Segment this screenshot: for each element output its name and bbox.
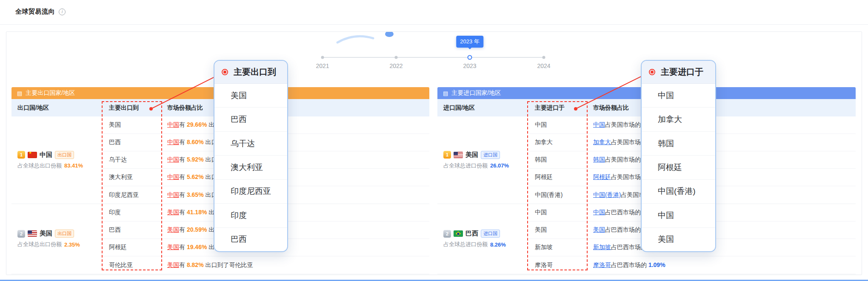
market-share-cell: 美国有 8.82% 出口到了哥伦比亚 — [161, 261, 429, 269]
country-link[interactable]: 美国 — [167, 226, 179, 233]
partner-cell: 阿根廷 — [103, 244, 161, 251]
partner-cell: 阿根廷 — [529, 173, 587, 181]
country-link[interactable]: 中国 — [593, 121, 605, 128]
share-pct-value: 5.92% — [187, 156, 204, 163]
market-share-cell: 中国占巴西市场的 — [587, 209, 856, 216]
rank-1-medal-icon: 1 — [17, 151, 25, 159]
role-badge: 进口国 — [481, 151, 500, 159]
partner-cell: 中国 — [529, 209, 587, 216]
popup-option[interactable]: 印度尼西亚 — [214, 180, 287, 204]
popup-option[interactable]: 加拿大 — [642, 108, 715, 131]
timeline-track[interactable] — [323, 57, 544, 58]
global-share-label: 占全球总进口份额 — [443, 162, 488, 170]
country-link[interactable]: 韩国 — [593, 156, 605, 163]
br-flag-icon — [454, 230, 463, 237]
partner-cell: 美国 — [103, 121, 161, 129]
rank-1-medal-icon: 1 — [443, 151, 451, 159]
info-icon[interactable]: i — [59, 9, 66, 15]
country-link[interactable]: 美国 — [167, 209, 179, 216]
market-share-cell: 中国占美国市场的 — [587, 121, 856, 129]
popup-option[interactable]: 中国 — [642, 204, 715, 227]
country-link[interactable]: 美国 — [167, 244, 179, 250]
timeline-year-label-2023[interactable]: 2023 — [463, 62, 476, 69]
share-text: 占美国市场的 — [605, 156, 641, 163]
partner-cell: 新加坡 — [529, 244, 587, 251]
target-marker-icon — [649, 69, 655, 75]
country-link[interactable]: 中国 — [593, 209, 605, 216]
popup-option[interactable]: 乌干达 — [214, 132, 287, 156]
role-badge: 出口国 — [55, 151, 74, 159]
popup-option[interactable]: 澳大利亚 — [214, 156, 287, 179]
country-link[interactable]: 阿根廷 — [593, 173, 611, 180]
market-share-cell: 中国(香港)占美国市场的 — [587, 191, 856, 199]
global-share-label: 占全球总出口份额 — [17, 162, 62, 170]
us-flag-icon — [28, 230, 37, 237]
timeline-dot-2023[interactable] — [468, 55, 472, 60]
country-link[interactable]: 中国 — [167, 173, 179, 180]
global-share-value: 83.41% — [64, 162, 83, 169]
export-popup: 主要出口到 美国巴西乌干达澳大利亚印度尼西亚印度巴西 — [214, 60, 288, 252]
table-row: 哥伦比亚美国有 8.82% 出口到了哥伦比亚 — [103, 256, 429, 274]
timeline-year-label-2021[interactable]: 2021 — [316, 62, 329, 69]
partner-cell: 印度 — [103, 209, 161, 216]
share-text: 占巴西市场的 — [611, 261, 648, 268]
timeline-year-label-2022[interactable]: 2022 — [389, 62, 403, 69]
market-share-cell: 加拿大占美国市场的 — [587, 139, 856, 146]
share-pct-value: 8.82% — [187, 261, 204, 268]
market-share-cell: 中国有 29.66% 出口到了美国 — [161, 121, 429, 129]
column-header-exporter: 出口国/地区 — [11, 104, 103, 112]
export-popup-header: 主要出口到 — [214, 61, 287, 84]
partner-cell: 乌干达 — [103, 156, 161, 164]
country-link[interactable]: 加拿大 — [593, 139, 611, 145]
export-table-title: 主要出口国家/地区 — [26, 89, 75, 97]
partner-cell: 巴西 — [103, 226, 161, 234]
reporter-cell: 2巴西进口国占全球总进口份额8.26% — [437, 204, 529, 274]
share-pct-value: 1.09% — [648, 261, 665, 268]
share-text: 占巴西市场的 — [605, 226, 641, 233]
global-share-line: 占全球总出口份额2.35% — [17, 241, 103, 248]
timeline-dot-2021[interactable] — [321, 56, 324, 59]
timeline-dot-2022[interactable] — [395, 56, 398, 59]
market-share-cell: 美国有 20.59% 出口到了巴西 — [161, 226, 429, 234]
share-text: 有 — [179, 156, 187, 163]
popup-option[interactable]: 阿根廷 — [642, 156, 715, 179]
share-pct-value: 19.46% — [187, 244, 207, 250]
country-link[interactable]: 中国 — [167, 139, 179, 145]
global-share-line: 占全球总进口份额8.26% — [443, 241, 529, 248]
country-link[interactable]: 摩洛哥 — [593, 261, 611, 268]
country-link[interactable]: 美国 — [167, 261, 179, 268]
rank-2-medal-icon: 2 — [443, 230, 451, 238]
country-link[interactable]: 中国(香港) — [593, 191, 621, 198]
country-link[interactable]: 中国 — [167, 191, 179, 198]
country-link[interactable]: 新加坡 — [593, 244, 611, 250]
partner-cell: 加拿大 — [529, 139, 587, 146]
reporter-name: 中国 — [40, 151, 52, 159]
country-link[interactable]: 中国 — [167, 121, 179, 128]
popup-option[interactable]: 中国(香港) — [642, 180, 715, 204]
rank-2-medal-icon: 2 — [17, 230, 25, 238]
global-share-value: 26.07% — [490, 162, 509, 169]
share-pct-value: 20.59% — [187, 226, 207, 233]
popup-option[interactable]: 巴西 — [214, 228, 287, 251]
column-header-market-share: 市场份额占比 — [161, 104, 429, 112]
share-text: 有 — [179, 191, 187, 198]
popup-option[interactable]: 巴西 — [214, 108, 287, 131]
global-share-line: 占全球总出口份额83.41% — [17, 162, 103, 170]
country-link[interactable]: 中国 — [167, 156, 179, 163]
popup-option[interactable]: 中国 — [642, 84, 715, 108]
country-link[interactable]: 美国 — [593, 226, 605, 233]
trade-flow-panel: 2021202220232024 2023 年 ▤ 主要出口国家/地区 出口国/… — [6, 31, 862, 275]
share-pct-value: 5.62% — [187, 173, 204, 180]
timeline-year-label-2024[interactable]: 2024 — [537, 62, 550, 69]
market-share-cell: 摩洛哥占巴西市场的 1.09% — [587, 261, 856, 269]
popup-option[interactable]: 印度 — [214, 204, 287, 227]
popup-option[interactable]: 美国 — [642, 228, 715, 251]
timeline-dot-2024[interactable] — [542, 56, 545, 59]
partner-cell: 中国(香港) — [529, 191, 587, 199]
popup-option[interactable]: 韩国 — [642, 132, 715, 156]
header-divider — [0, 24, 868, 25]
share-text: 占巴西市场的 — [605, 209, 641, 216]
page-title: 全球贸易流向 — [15, 8, 55, 16]
cn-flag-icon — [28, 152, 37, 158]
popup-option[interactable]: 美国 — [214, 84, 287, 108]
